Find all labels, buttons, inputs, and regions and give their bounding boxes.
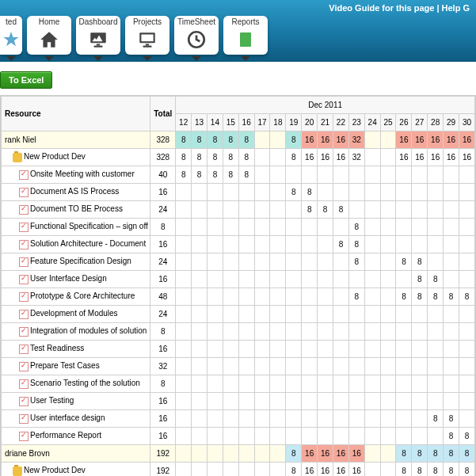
row-label: Test Readiness (30, 344, 84, 352)
task-icon (19, 170, 29, 180)
nav-label: TimeSheet (174, 17, 219, 26)
cell-empty (444, 323, 459, 341)
cell-empty (380, 358, 396, 375)
table-row: Functional Specification – sign off88 (2, 219, 475, 236)
cell-empty (444, 306, 459, 323)
row-label: New Product Dev (24, 466, 86, 474)
cell-empty (364, 463, 380, 477)
row-name[interactable]: rank Niel (2, 131, 150, 149)
row-name[interactable]: driane Brovn (2, 445, 150, 463)
row-label: Onsite Meeting with customer (30, 169, 135, 178)
cell: 8 (396, 288, 412, 306)
row-name[interactable]: User Testing (2, 393, 150, 410)
cell-empty (444, 253, 459, 271)
cell-empty (223, 236, 238, 253)
row-name[interactable]: Document TO BE Process (2, 201, 150, 219)
cell: 8 (428, 445, 444, 463)
cell-empty (333, 253, 348, 271)
cell-empty (396, 271, 412, 288)
row-name[interactable]: User Interface Design (2, 271, 150, 288)
cell-empty (428, 428, 444, 445)
cell-empty (396, 428, 412, 445)
row-name[interactable]: Document AS IS Process (2, 184, 150, 201)
svg-rect-9 (242, 36, 249, 37)
cell-empty (318, 428, 333, 445)
cell-empty (238, 323, 254, 341)
cell-empty (348, 184, 364, 201)
cell-empty (459, 219, 474, 236)
cell-empty (286, 358, 302, 375)
cell-empty (192, 288, 208, 306)
cell-empty (380, 219, 396, 236)
cell-empty (333, 393, 348, 410)
row-name[interactable]: New Product Dev (2, 463, 150, 477)
nav-timesheet[interactable]: TimeSheet (174, 16, 219, 55)
row-total: 16 (150, 184, 176, 201)
cell-empty (459, 184, 474, 201)
cell-empty (333, 166, 348, 184)
cell-empty (270, 271, 286, 288)
cell-empty (176, 201, 192, 219)
cell-empty (192, 201, 208, 219)
task-icon (19, 257, 29, 267)
cell-empty (192, 271, 208, 288)
nav-dashboard[interactable]: Dashboard (76, 16, 120, 55)
row-name[interactable]: Performance Report (2, 428, 150, 445)
cell-empty (380, 463, 396, 477)
cell-empty (428, 358, 444, 375)
help-links[interactable]: Video Guide for this page | Help G (329, 3, 470, 13)
cell-empty (459, 271, 474, 288)
row-name[interactable]: Prototype & Core Architecture (2, 288, 150, 306)
row-total: 8 (150, 219, 176, 236)
star-icon (0, 28, 22, 51)
nav-home[interactable]: Home (27, 16, 71, 55)
row-name[interactable]: Solution Architecture - Document (2, 236, 150, 253)
row-total: 24 (150, 201, 176, 219)
cell-empty (286, 306, 302, 323)
nav-projects[interactable]: Projects (125, 16, 169, 55)
row-name[interactable]: New Product Dev (2, 149, 150, 166)
row-name[interactable]: Development of Modules (2, 306, 150, 323)
row-name[interactable]: Scenario Testing of the solution (2, 375, 150, 393)
row-name[interactable]: Test Readiness (2, 341, 150, 358)
task-icon (19, 240, 29, 249)
row-name[interactable]: User interface design (2, 410, 150, 428)
cell-empty (333, 341, 348, 358)
task-icon (19, 432, 29, 441)
row-name[interactable]: Feature Specification Design (2, 253, 150, 271)
nav-ted[interactable]: ted (0, 16, 22, 55)
row-total: 8 (150, 375, 176, 393)
cell-empty (238, 288, 254, 306)
cell-empty (192, 445, 208, 463)
cell: 8 (459, 288, 474, 306)
day-header: 27 (412, 114, 428, 131)
row-name[interactable]: Functional Specification – sign off (2, 219, 150, 236)
cell: 16 (318, 463, 333, 477)
row-name[interactable]: Prepare Test Cases (2, 358, 150, 375)
cell-empty (223, 219, 238, 236)
cell: 8 (412, 463, 428, 477)
task-icon (19, 414, 29, 424)
row-name[interactable]: Onsite Meeting with customer (2, 166, 150, 184)
task-icon (19, 327, 29, 337)
cell-empty (176, 341, 192, 358)
export-excel-button[interactable]: To Excel (0, 71, 52, 89)
row-name[interactable]: Integration of modules of solution (2, 323, 150, 341)
nav-reports[interactable]: Reports (223, 16, 268, 55)
cell-empty (270, 149, 286, 166)
cell-empty (238, 410, 254, 428)
cell-empty (207, 201, 223, 219)
cell: 8 (428, 271, 444, 288)
cell-empty (302, 271, 318, 288)
row-label: Functional Specification – sign off (30, 222, 148, 230)
cell: 16 (428, 131, 444, 149)
cell-empty (380, 306, 396, 323)
cell-empty (270, 393, 286, 410)
cell: 16 (333, 445, 348, 463)
cell-empty (412, 358, 428, 375)
cell-empty (412, 341, 428, 358)
cell-empty (428, 341, 444, 358)
cell-empty (254, 201, 270, 219)
cell-empty (348, 375, 364, 393)
cell-empty (302, 288, 318, 306)
